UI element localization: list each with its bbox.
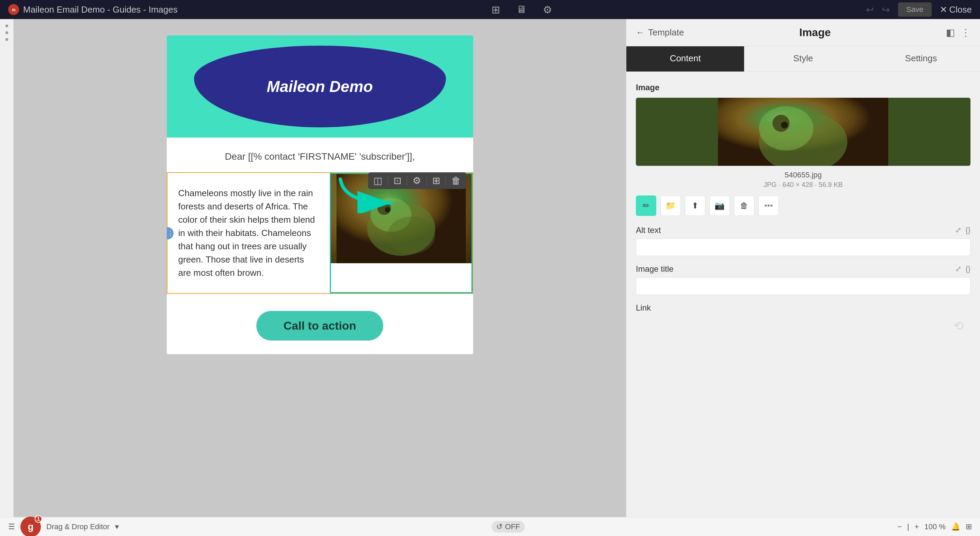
panel-image-preview[interactable] xyxy=(636,98,970,166)
header-blob: Maileon Demo xyxy=(194,46,446,128)
duplicate-toolbar-icon[interactable]: ⊞ xyxy=(432,175,440,186)
alt-text-label: Alt text xyxy=(636,225,661,235)
toggle-pill[interactable]: ↺ OFF xyxy=(492,521,525,533)
edge-dot xyxy=(5,24,8,27)
image-section: Image xyxy=(636,83,970,216)
topbar: m Maileon Email Demo - Guides - Images ⊞… xyxy=(0,0,980,19)
tab-style[interactable]: Style xyxy=(744,46,862,72)
svg-point-5 xyxy=(387,217,435,254)
select-toolbar-icon[interactable]: ⊡ xyxy=(393,175,401,186)
svg-point-7 xyxy=(385,207,390,212)
upload-image-button[interactable]: ⬆ xyxy=(685,195,705,216)
refresh-icon: ↺ xyxy=(496,522,503,531)
back-arrow-icon: ← xyxy=(636,27,645,38)
avatar: g 1 xyxy=(21,517,41,536)
topbar-center: ⊞ 🖥 ⚙ xyxy=(492,4,552,16)
edge-dot xyxy=(5,31,8,34)
hamburger-menu-button[interactable]: ☰ xyxy=(8,522,15,531)
upload-icon: ⬆ xyxy=(692,201,698,211)
layers-toolbar-icon[interactable]: ◫ xyxy=(374,175,382,186)
editor-dropdown-icon[interactable]: ▾ xyxy=(115,522,119,531)
panel-title: Image xyxy=(690,26,941,39)
canvas-area: Maileon Demo Dear [[% contact 'FIRSTNAME… xyxy=(14,19,626,517)
tab-content[interactable]: Content xyxy=(626,46,744,72)
email-container: Maileon Demo Dear [[% contact 'FIRSTNAME… xyxy=(167,35,473,354)
link-label: Link xyxy=(636,303,651,313)
image-title-header: Image title ⤢ {} xyxy=(636,264,970,274)
settings-icon[interactable]: ⚙ xyxy=(543,4,552,16)
image-title-label: Image title xyxy=(636,264,674,274)
image-filename: 540655.jpg xyxy=(636,171,970,179)
close-x-icon: ✕ xyxy=(940,5,947,15)
link-placeholder-icon: ⟲ xyxy=(953,319,964,333)
image-title-icons: ⤢ {} xyxy=(955,265,970,273)
more-image-options-button[interactable]: ••• xyxy=(759,195,779,216)
zoom-level: 100 % xyxy=(924,522,946,531)
alt-text-section: Alt text ⤢ {} xyxy=(636,225,970,256)
app-logo: m xyxy=(8,4,19,15)
browse-files-button[interactable]: 📁 xyxy=(660,195,681,216)
save-button[interactable]: Save xyxy=(898,2,931,17)
alt-text-header: Alt text ⤢ {} xyxy=(636,225,970,235)
delete-image-button[interactable]: 🗑 xyxy=(734,195,754,216)
grid-icon[interactable]: ⊞ xyxy=(966,522,972,531)
folder-icon: 📁 xyxy=(665,201,676,211)
link-section: Link ⟲ xyxy=(636,303,970,337)
settings-toolbar-icon[interactable]: ⚙ xyxy=(412,175,421,186)
app-title: Maileon Email Demo - Guides - Images xyxy=(23,5,178,15)
image-actions: ✏ 📁 ⬆ 📷 🗑 ••• xyxy=(636,195,970,216)
statusbar-left: ☰ g 1 Drag & Drop Editor ▾ xyxy=(8,517,119,536)
edge-dot xyxy=(5,38,8,41)
content-row: ⋮⋮ Chameleons mostly live in the rain fo… xyxy=(167,172,473,294)
layers-panel-icon[interactable]: ◧ xyxy=(946,27,955,38)
email-body: Dear [[% contact 'FIRSTNAME' 'subscriber… xyxy=(167,137,473,354)
editor-label: Drag & Drop Editor xyxy=(46,522,110,531)
trash-icon: 🗑 xyxy=(740,201,748,211)
code-icon[interactable]: {} xyxy=(966,226,970,234)
zoom-bar: | xyxy=(907,522,909,531)
grid-view-icon[interactable]: ⊞ xyxy=(492,4,500,16)
image-title-section: Image title ⤢ {} xyxy=(636,264,970,295)
alt-text-input[interactable] xyxy=(636,238,970,256)
zoom-out-button[interactable]: − xyxy=(897,522,902,531)
panel-tabs: Content Style Settings xyxy=(626,46,980,72)
panel-content: Image xyxy=(626,72,980,517)
back-to-template-button[interactable]: ← Template xyxy=(636,27,684,38)
expand-title-icon[interactable]: ⤢ xyxy=(955,265,961,273)
topbar-right: ↩ ↪ Save ✕ Close xyxy=(866,2,972,17)
email-header[interactable]: Maileon Demo xyxy=(167,35,473,137)
svg-text:m: m xyxy=(12,8,16,12)
edit-image-button[interactable]: ✏ xyxy=(636,195,656,216)
redo-button[interactable]: ↪ xyxy=(882,4,890,15)
toolbar-separator-3 xyxy=(426,176,427,186)
panel-header-actions: ◧ ⋮ xyxy=(946,27,970,38)
desktop-view-icon[interactable]: 🖥 xyxy=(516,4,527,15)
floating-toolbar: ◫ ⊡ ⚙ ⊞ 🗑 xyxy=(368,172,466,189)
statusbar-right: − | + 100 % 🔔 ⊞ xyxy=(897,522,972,531)
undo-button[interactable]: ↩ xyxy=(866,4,874,15)
expand-icon[interactable]: ⤢ xyxy=(955,226,961,234)
pencil-icon: ✏ xyxy=(643,201,649,211)
toolbar-separator-2 xyxy=(407,176,407,186)
ellipsis-icon: ••• xyxy=(764,201,773,211)
camera-icon: 📷 xyxy=(714,201,725,211)
panel-header: ← Template Image ◧ ⋮ xyxy=(626,19,980,46)
image-title-input[interactable] xyxy=(636,277,970,295)
alt-text-icons: ⤢ {} xyxy=(955,226,970,234)
more-options-icon[interactable]: ⋮ xyxy=(961,27,970,38)
zoom-in-button[interactable]: + xyxy=(915,522,919,531)
cta-button[interactable]: Call to action xyxy=(256,311,383,341)
toolbar-separator xyxy=(388,176,388,186)
content-text-block[interactable]: Chameleons mostly live in the rain fores… xyxy=(167,173,330,293)
delete-toolbar-icon[interactable]: 🗑 xyxy=(451,175,461,186)
email-title: Maileon Demo xyxy=(267,77,373,96)
email-greeting: Dear [[% contact 'FIRSTNAME' 'subscriber… xyxy=(167,137,473,169)
notification-icon[interactable]: 🔔 xyxy=(951,522,960,531)
close-button[interactable]: ✕ Close xyxy=(940,5,972,15)
content-image-block[interactable] xyxy=(330,173,473,293)
image-meta: JPG · 640 × 428 · 56.9 KB xyxy=(636,181,970,189)
tab-settings[interactable]: Settings xyxy=(862,46,980,72)
code-title-icon[interactable]: {} xyxy=(966,265,970,273)
camera-button[interactable]: 📷 xyxy=(710,195,730,216)
statusbar-center: ↺ OFF xyxy=(492,521,525,533)
